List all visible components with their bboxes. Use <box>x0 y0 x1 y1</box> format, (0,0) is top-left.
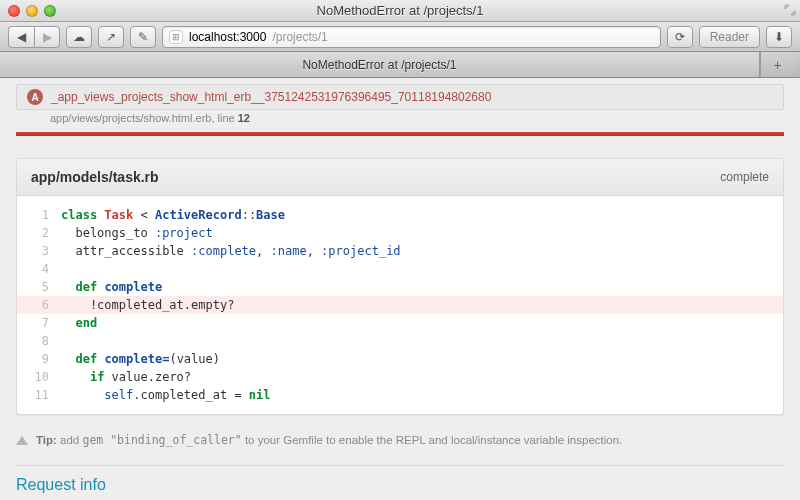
traffic-lights <box>8 5 56 17</box>
line-number: 1 <box>17 206 61 224</box>
tip-icon <box>16 436 28 445</box>
icloud-tabs-button[interactable]: ☁ <box>66 26 92 48</box>
source-line: 8 <box>17 332 783 350</box>
tip-code: gem "binding_of_caller" <box>82 433 241 447</box>
source-line: 9 def complete=(value) <box>17 350 783 368</box>
section-divider <box>16 465 784 466</box>
tip-label: Tip: <box>36 434 57 446</box>
line-source: def complete <box>61 278 783 296</box>
line-source: if value.zero? <box>61 368 783 386</box>
source-line: 3 attr_accessible :complete, :name, :pro… <box>17 242 783 260</box>
line-number: 2 <box>17 224 61 242</box>
line-number: 6 <box>17 296 61 314</box>
line-source: class Task < ActiveRecord::Base <box>61 206 783 224</box>
request-info-heading: Request info <box>16 476 784 494</box>
back-button[interactable]: ◀ <box>8 26 34 48</box>
new-tab-button[interactable]: + <box>760 52 794 77</box>
window-titlebar: NoMethodError at /projects/1 <box>0 0 800 22</box>
tip-text: Tip: add gem "binding_of_caller" to your… <box>36 433 622 447</box>
downloads-button[interactable]: ⬇ <box>766 26 792 48</box>
source-line: 7 end <box>17 314 783 332</box>
source-line: 10 if value.zero? <box>17 368 783 386</box>
line-number: 11 <box>17 386 61 404</box>
source-panel-action[interactable]: complete <box>720 170 769 184</box>
zoom-window-button[interactable] <box>44 5 56 17</box>
source-line: 5 def complete <box>17 278 783 296</box>
source-line: 11 self.completed_at = nil <box>17 386 783 404</box>
url-path: /projects/1 <box>272 30 327 44</box>
line-source: attr_accessible :complete, :name, :proje… <box>61 242 783 260</box>
error-accent-bar <box>16 132 784 136</box>
line-source: belongs_to :project <box>61 224 783 242</box>
tip-before: add <box>57 434 83 446</box>
address-bar[interactable]: ⊞ localhost:3000/projects/1 <box>162 26 661 48</box>
source-line: 6 !completed_at.empty? <box>17 296 783 314</box>
line-number: 5 <box>17 278 61 296</box>
source-line: 4 <box>17 260 783 278</box>
source-panel-header: app/models/task.rb complete <box>17 159 783 196</box>
line-number: 10 <box>17 368 61 386</box>
reader-button[interactable]: Reader <box>699 26 760 48</box>
line-source: end <box>61 314 783 332</box>
stack-frame-line-number: 12 <box>238 112 250 124</box>
site-favicon-icon: ⊞ <box>169 30 183 44</box>
tab-active[interactable]: NoMethodError at /projects/1 <box>0 52 760 77</box>
line-number: 9 <box>17 350 61 368</box>
source-file-title: app/models/task.rb <box>31 169 159 185</box>
line-number: 4 <box>17 260 61 278</box>
window-title: NoMethodError at /projects/1 <box>0 3 800 18</box>
line-number: 3 <box>17 242 61 260</box>
fullscreen-icon[interactable] <box>784 4 796 16</box>
source-line: 2 belongs_to :project <box>17 224 783 242</box>
source-panel: app/models/task.rb complete 1class Task … <box>16 158 784 415</box>
line-source: !completed_at.empty? <box>61 296 783 314</box>
nav-buttons: ◀ ▶ <box>8 26 60 48</box>
line-source: self.completed_at = nil <box>61 386 783 404</box>
forward-button[interactable]: ▶ <box>34 26 60 48</box>
pin-button[interactable]: ✎ <box>130 26 156 48</box>
line-source <box>61 260 783 278</box>
reload-button[interactable]: ⟳ <box>667 26 693 48</box>
line-source: def complete=(value) <box>61 350 783 368</box>
app-badge-icon: A <box>27 89 43 105</box>
line-number: 7 <box>17 314 61 332</box>
page-content: A _app_views_projects_show_html_erb__375… <box>0 78 800 500</box>
stack-frame-row[interactable]: A _app_views_projects_show_html_erb__375… <box>16 84 784 110</box>
stack-frame-name: _app_views_projects_show_html_erb__37512… <box>51 90 491 104</box>
stack-frame-file: app/views/projects/show.html.erb <box>50 112 211 124</box>
line-prefix: , line <box>211 112 237 124</box>
close-window-button[interactable] <box>8 5 20 17</box>
stack-frame-location: app/views/projects/show.html.erb, line 1… <box>16 110 784 132</box>
tip-callout: Tip: add gem "binding_of_caller" to your… <box>16 433 784 447</box>
tip-after: to your Gemfile to enable the REPL and l… <box>242 434 623 446</box>
line-source <box>61 332 783 350</box>
share-button[interactable]: ↗ <box>98 26 124 48</box>
minimize-window-button[interactable] <box>26 5 38 17</box>
line-number: 8 <box>17 332 61 350</box>
source-line: 1class Task < ActiveRecord::Base <box>17 206 783 224</box>
browser-toolbar: ◀ ▶ ☁ ↗ ✎ ⊞ localhost:3000/projects/1 ⟳ … <box>0 22 800 52</box>
source-code-listing: 1class Task < ActiveRecord::Base2 belong… <box>17 196 783 414</box>
url-host: localhost:3000 <box>189 30 266 44</box>
tab-strip: NoMethodError at /projects/1 + <box>0 52 800 78</box>
